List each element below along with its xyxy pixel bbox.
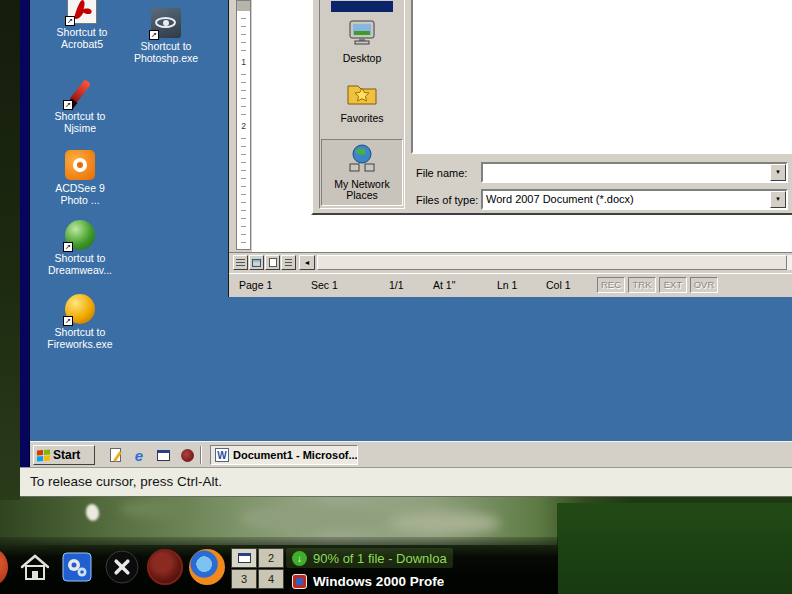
word-bottom-bar: ◄ xyxy=(229,252,792,273)
desktop-icon-njsime[interactable]: ↗ Shortcut to Njsime xyxy=(40,78,120,134)
web-layout-view-button[interactable] xyxy=(249,255,264,270)
file-name-input[interactable] xyxy=(484,165,769,180)
home-launcher[interactable] xyxy=(18,551,52,589)
workspace-3[interactable]: 3 xyxy=(231,569,257,589)
ruler-margin-area xyxy=(237,1,250,11)
quicklaunch-internet-explorer-icon[interactable]: e xyxy=(130,446,148,464)
fireworks-icon: ↗ xyxy=(65,294,95,324)
wallpaper-reflection xyxy=(120,500,190,518)
workspace-2[interactable]: 2 xyxy=(258,548,284,568)
desktop-places-icon xyxy=(347,19,377,51)
word-window: 1 2 xyxy=(228,0,792,297)
workspace-4[interactable]: 4 xyxy=(258,569,284,589)
firefox-launcher[interactable] xyxy=(189,549,225,585)
files-of-type-label: Files of type: xyxy=(416,194,478,206)
taskbar-button-label: Document1 - Microsof... xyxy=(233,449,358,461)
workspace-1[interactable] xyxy=(231,548,257,568)
places-item-selected-partial[interactable] xyxy=(331,1,393,12)
scroll-left-icon: ◄ xyxy=(304,259,311,266)
acdsee-icon xyxy=(65,150,95,180)
shortcut-arrow-icon: ↗ xyxy=(149,30,159,40)
shortcut-arrow-icon: ↗ xyxy=(65,16,75,26)
places-item-favorites[interactable]: Favorites xyxy=(321,79,403,124)
workspace-pager: 2 3 4 xyxy=(231,548,284,589)
media-launcher[interactable] xyxy=(147,549,183,585)
word-status-bar: Page 1 Sec 1 1/1 At 1" Ln 1 Col 1 REC TR… xyxy=(229,273,792,297)
status-trk-indicator[interactable]: TRK xyxy=(628,277,656,293)
file-name-label: File name: xyxy=(416,167,467,179)
crossed-tools-icon xyxy=(104,571,140,588)
normal-view-button[interactable] xyxy=(233,255,248,270)
chevron-down-icon: ▼ xyxy=(775,169,781,175)
vm-window-border xyxy=(20,0,30,467)
windows-logo-icon xyxy=(37,449,50,461)
wallpaper-reflection xyxy=(390,512,500,534)
status-section: Sec 1 xyxy=(311,279,338,291)
status-page-count: 1/1 xyxy=(389,279,404,291)
ie-e-icon: e xyxy=(135,447,143,464)
host-task-vm-window[interactable]: Windows 2000 Profe xyxy=(286,571,450,591)
normal-view-icon xyxy=(236,259,245,267)
save-as-dialog: Desktop Favorites xyxy=(311,0,792,215)
quicklaunch-media-icon[interactable] xyxy=(178,446,196,464)
files-of-type-select[interactable]: Word 2007 Document (*.docx) ▼ xyxy=(481,189,788,210)
admin-tools-launcher[interactable] xyxy=(104,549,140,589)
shortcut-arrow-icon: ↗ xyxy=(63,242,73,252)
desktop-icon-dreamweaver[interactable]: ↗ Shortcut to Dreamweav... xyxy=(40,220,120,276)
web-layout-icon xyxy=(252,259,261,267)
vertical-ruler[interactable]: 1 2 xyxy=(236,0,251,250)
word-icon: W xyxy=(215,448,229,462)
status-ext-indicator[interactable]: EXT xyxy=(659,277,687,293)
places-bar: Desktop Favorites xyxy=(319,0,405,209)
start-button-label: Start xyxy=(53,448,80,462)
acrobat-icon: ↗ xyxy=(67,0,97,24)
status-at: At 1" xyxy=(433,279,455,291)
desktop-icon-acrobat[interactable]: ↗ Shortcut to Acrobat5 xyxy=(42,0,122,50)
desktop-icon-fireworks[interactable]: ↗ Shortcut to Fireworks.exe xyxy=(40,294,120,350)
status-line: Ln 1 xyxy=(497,279,517,291)
horizontal-scrollbar[interactable] xyxy=(317,255,792,270)
settings-gears-icon xyxy=(61,569,93,586)
desktop-icon-label: Shortcut to Acrobat5 xyxy=(57,27,108,50)
file-list-box[interactable] xyxy=(411,0,792,154)
dreamweaver-icon: ↗ xyxy=(65,220,95,250)
desktop-icon-photoshop[interactable]: ↗ Shortcut to Photoshp.exe xyxy=(126,8,206,64)
vm-taskbar: Start e W Document1 - Microsof... xyxy=(30,441,792,467)
taskbar-button-document1[interactable]: W Document1 - Microsof... xyxy=(210,445,358,465)
status-page: Page 1 xyxy=(239,279,272,291)
wallpaper-dark-green-area xyxy=(557,503,792,594)
places-item-my-network-places[interactable]: My Network Places xyxy=(321,139,403,206)
control-center-launcher[interactable] xyxy=(61,551,93,587)
outline-view-button[interactable] xyxy=(281,255,296,270)
host-task-download[interactable]: ↓ 90% of 1 file - Downloa xyxy=(286,548,453,568)
desktop-icon-label: Shortcut to Njsime xyxy=(55,111,106,134)
file-name-dropdown-button[interactable]: ▼ xyxy=(770,164,786,181)
wallpaper-trees-edge xyxy=(0,0,20,500)
network-places-icon xyxy=(346,143,378,177)
download-icon: ↓ xyxy=(292,551,307,566)
scroll-left-button[interactable]: ◄ xyxy=(299,255,315,270)
wallpaper-reflection xyxy=(240,505,390,531)
windows-desktop[interactable]: ↗ Shortcut to Acrobat5 ↗ Shortcut to Pho… xyxy=(30,0,792,467)
places-item-label: Desktop xyxy=(343,53,382,64)
chevron-down-icon: ▼ xyxy=(775,196,781,202)
shortcut-arrow-icon: ↗ xyxy=(63,316,73,326)
status-ovr-indicator[interactable]: OVR xyxy=(690,277,718,293)
vm-status-message-text: To release cursor, press Ctrl-Alt. xyxy=(30,474,222,489)
workspace-window-thumbnail xyxy=(238,553,251,563)
places-item-desktop[interactable]: Desktop xyxy=(321,19,403,64)
taskbar-separator xyxy=(200,446,202,464)
start-button[interactable]: Start xyxy=(33,445,95,465)
files-of-type-value: Word 2007 Document (*.docx) xyxy=(486,193,768,206)
desktop-icon-acdsee[interactable]: ACDSee 9 Photo ... xyxy=(40,150,120,206)
shortcut-arrow-icon: ↗ xyxy=(63,100,73,110)
desktop-icon-label: Shortcut to Fireworks.exe xyxy=(47,327,112,350)
print-layout-view-button[interactable] xyxy=(265,255,280,270)
outline-view-icon xyxy=(285,259,292,267)
home-icon xyxy=(18,571,52,588)
scrollbar-thumb[interactable] xyxy=(317,255,787,270)
quicklaunch-document-icon[interactable] xyxy=(106,446,124,464)
files-of-type-dropdown-button[interactable]: ▼ xyxy=(770,191,786,208)
quicklaunch-window-icon[interactable] xyxy=(154,446,172,464)
status-rec-indicator[interactable]: REC xyxy=(597,277,625,293)
